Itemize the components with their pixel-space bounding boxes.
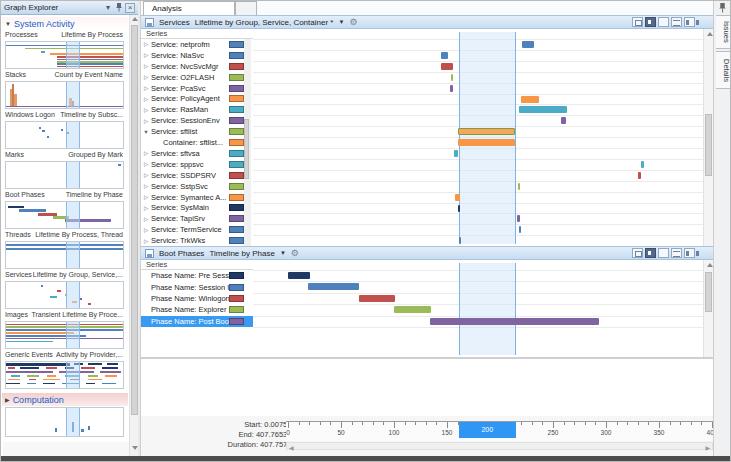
series-row[interactable]: ▷Service: sppsvc: [141, 159, 253, 170]
series-list-scrollbar[interactable]: [244, 39, 251, 246]
series-row[interactable]: ▷Service: sftvsa: [141, 148, 253, 159]
scroll-down-icon[interactable]: [131, 445, 138, 452]
expander-icon[interactable]: ▷: [141, 107, 151, 113]
services-graph-header[interactable]: Services Lifetime by Group, Service, Con…: [141, 15, 713, 29]
graph-thumbnail-processes[interactable]: ProcessesLifetime By Process: [1, 31, 127, 71]
selection-region[interactable]: [459, 32, 516, 244]
graph-thumbnail-threads[interactable]: ThreadsLifetime By Process, Thread: [1, 231, 127, 271]
expander-icon[interactable]: ▷: [141, 150, 151, 156]
series-row[interactable]: Phase Name: Session Init: [141, 281, 253, 292]
expander-icon[interactable]: ▷: [141, 63, 151, 69]
graph-thumbnail-services[interactable]: ServicesLifetime by Group, Service,...: [1, 271, 127, 311]
services-chart[interactable]: [253, 29, 703, 246]
expander-icon[interactable]: ▷: [141, 118, 151, 124]
timeline-bar[interactable]: [454, 150, 457, 157]
series-row[interactable]: Phase Name: Winlogon Init: [141, 293, 253, 304]
timeline-bar[interactable]: [458, 205, 460, 212]
sidebar-scrollbar[interactable]: [129, 15, 138, 456]
series-row[interactable]: ▷Service: TermService: [141, 224, 253, 235]
horizontal-scrollbar[interactable]: ◀ ▶: [286, 442, 713, 450]
table-only-icon[interactable]: [671, 17, 682, 27]
expander-icon[interactable]: ▷: [141, 205, 151, 211]
graph-thumbnail-images[interactable]: ImagesTransient Lifetime By Proce...: [1, 311, 127, 351]
services-chart-scrollbar[interactable]: [703, 29, 713, 246]
series-row[interactable]: ▷Service: O2FLASH: [141, 72, 253, 83]
tab-details[interactable]: Details: [716, 51, 731, 89]
gear-icon[interactable]: ⚙: [291, 248, 299, 258]
tab-analysis[interactable]: Analysis: [143, 1, 235, 15]
expander-icon[interactable]: ▷: [141, 183, 151, 189]
graph-thumbnail-marks[interactable]: MarksGrouped By Mark: [1, 151, 127, 191]
series-row[interactable]: ▷Service: NvcSvcMgr: [141, 61, 253, 72]
computation-thumbnail[interactable]: [5, 407, 124, 437]
thumbnail-chart[interactable]: [5, 241, 124, 269]
timeline-bar[interactable]: [459, 237, 461, 244]
timeline-bar[interactable]: [430, 318, 599, 325]
table-only-icon[interactable]: [671, 248, 682, 258]
chevron-down-icon[interactable]: ▼: [338, 19, 344, 25]
graph-view-preset[interactable]: Timeline by Phase: [209, 249, 275, 258]
scroll-right-icon[interactable]: ▶: [705, 444, 710, 451]
timeline-bar[interactable]: [561, 117, 565, 124]
timeline-bar[interactable]: [441, 63, 454, 70]
series-row[interactable]: ▷Service: PolicyAgent: [141, 94, 253, 105]
timeline-bar[interactable]: [458, 128, 515, 135]
boot-phases-graph-header[interactable]: Boot Phases Timeline by Phase ▼ ⚙: [141, 246, 713, 260]
open-new-window-icon[interactable]: [632, 248, 643, 258]
series-row[interactable]: Phase Name: Pre Session I...: [141, 270, 253, 281]
expander-icon[interactable]: ▷: [141, 216, 151, 222]
scrollbar-thumb[interactable]: [131, 25, 138, 415]
graph-thumbnail-boot-phases[interactable]: Boot PhasesTimeline by Phase: [1, 191, 127, 231]
timeline-bar[interactable]: [308, 283, 359, 290]
series-row[interactable]: ▷Service: PcaSvc: [141, 83, 253, 94]
series-row[interactable]: ▷Service: TrkWks: [141, 235, 253, 246]
graph-thumbnail-windows-logon[interactable]: Windows LogonTimeline by Subsc...: [1, 111, 127, 151]
boot-phases-chart[interactable]: [253, 260, 703, 357]
timeline-bar[interactable]: [451, 74, 453, 81]
timeline-bar[interactable]: [359, 295, 395, 302]
thumbnail-chart[interactable]: [5, 361, 124, 389]
timeline-bar[interactable]: [458, 139, 515, 146]
series-row[interactable]: Container: sftlist...: [141, 137, 253, 148]
scrollbar-thumb[interactable]: [705, 114, 712, 176]
timeline-bar[interactable]: [521, 96, 539, 103]
expander-icon[interactable]: ▷: [141, 227, 151, 233]
thumbnail-chart[interactable]: [5, 321, 124, 349]
series-row[interactable]: Phase Name: Explorer Init: [141, 304, 253, 315]
section-system-activity[interactable]: ▼ System Activity: [2, 17, 128, 30]
selection-chip[interactable]: 200: [459, 422, 516, 438]
timeline-bar[interactable]: [519, 226, 521, 233]
timeline-bar[interactable]: [441, 52, 448, 59]
graph-only-icon[interactable]: [658, 17, 669, 27]
series-row[interactable]: ▷Service: SysMain: [141, 203, 253, 214]
timeline-bar[interactable]: [519, 106, 567, 113]
chevron-down-icon[interactable]: ▼: [280, 250, 286, 256]
timeline-bar[interactable]: [522, 41, 534, 48]
scroll-left-icon[interactable]: ◀: [289, 444, 294, 451]
series-row[interactable]: ▷Service: NlaSvc: [141, 50, 253, 61]
open-new-window-icon[interactable]: [632, 17, 643, 27]
expander-icon[interactable]: ▷: [141, 172, 151, 178]
tab-stub[interactable]: [235, 1, 257, 15]
series-row[interactable]: ▼Service: sftlist: [141, 126, 253, 137]
timeline-bar[interactable]: [288, 272, 310, 279]
expander-icon[interactable]: ▷: [141, 41, 151, 47]
timeline-bar[interactable]: [638, 172, 641, 179]
boot-chart-scrollbar[interactable]: [703, 260, 713, 357]
scroll-up-icon[interactable]: [706, 31, 713, 38]
graph-only-icon[interactable]: [658, 248, 669, 258]
scrollbar-thumb[interactable]: [705, 272, 712, 312]
close-icon[interactable]: ×: [125, 3, 135, 13]
graph-and-table-icon[interactable]: [645, 17, 656, 27]
tab-issues[interactable]: Issues: [716, 15, 731, 49]
series-row[interactable]: ▷Service: Symantec A...: [141, 192, 253, 203]
series-row[interactable]: ▷Service: SSDPSRV: [141, 170, 253, 181]
pin-icon[interactable]: [718, 3, 728, 13]
expander-icon[interactable]: ▷: [141, 238, 151, 244]
split-view-icon[interactable]: [684, 17, 695, 27]
timeline-bar[interactable]: [518, 183, 520, 190]
scroll-up-icon[interactable]: [706, 262, 713, 269]
expander-icon[interactable]: ▷: [141, 161, 151, 167]
expander-icon[interactable]: ▷: [141, 194, 151, 200]
timeline-bar[interactable]: [641, 161, 644, 168]
